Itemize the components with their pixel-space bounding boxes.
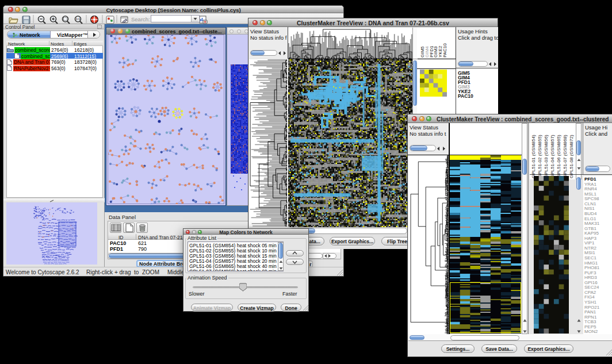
svg-text:1:1: 1:1 [76, 17, 80, 21]
svg-text:GPL51-01 (GSM854): GPL51-01 (GSM854) [531, 135, 536, 178]
svg-text:GPL51-02 (GSM855): GPL51-02 (GSM855) [537, 135, 542, 178]
svg-text:GPL51-08 (GSM872): GPL51-08 (GSM872) [569, 135, 574, 178]
svg-text:GPL51-04 (GSM857): GPL51-04 (GSM857) [550, 135, 555, 178]
svg-text:GPL51-06 (GSM865): GPL51-06 (GSM865) [556, 135, 561, 178]
svg-text:GPL51-03 (GSM856): GPL51-03 (GSM856) [544, 135, 549, 178]
svg-text:GPL51-07 (GSM868): GPL51-07 (GSM868) [563, 135, 568, 178]
svg-text:PAC10: PAC10 [442, 43, 447, 58]
